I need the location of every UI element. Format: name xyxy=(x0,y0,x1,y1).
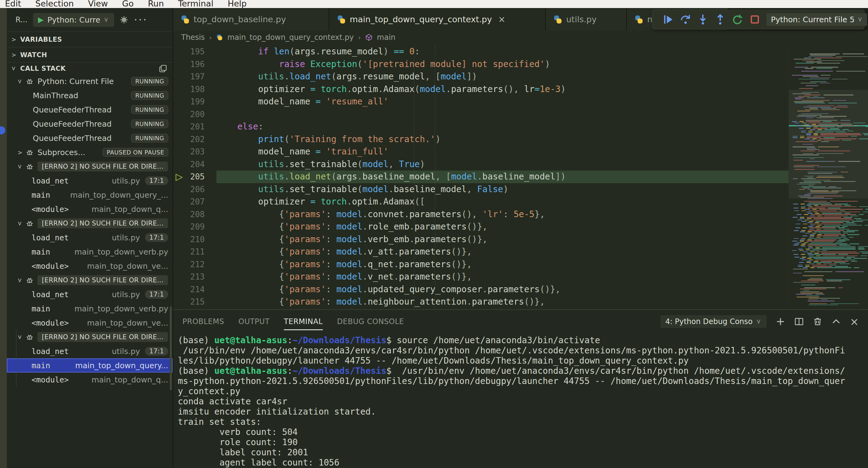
callstack-frame[interactable]: load_netutils.py17:1 xyxy=(7,344,173,358)
menu-item-go[interactable]: Go xyxy=(122,0,133,7)
more-actions-icon[interactable]: ··· xyxy=(134,13,148,26)
step-into-icon[interactable] xyxy=(697,14,708,25)
minimap-line xyxy=(794,157,824,158)
tab-top-down-baseline-py[interactable]: top_down_baseline.py xyxy=(173,8,329,31)
line-number[interactable]: 214 xyxy=(173,285,216,294)
watch-section-header[interactable]: > WATCH xyxy=(7,47,173,62)
callstack-thread[interactable]: QueueFeederThreadRUNNING xyxy=(7,131,173,145)
minimap[interactable] xyxy=(788,44,868,309)
variables-section-header[interactable]: > VARIABLES xyxy=(7,32,173,47)
continue-icon[interactable] xyxy=(663,14,674,25)
minimap-line xyxy=(794,101,824,102)
minimap-line xyxy=(793,136,798,137)
line-number[interactable]: 195 xyxy=(173,47,216,56)
split-terminal-icon[interactable] xyxy=(795,317,804,326)
callstack-error-session[interactable]: >[ERRNO 2] NO SUCH FILE OR DIRE... xyxy=(7,216,173,230)
callstack-frame[interactable]: <module>main_top_down_q... xyxy=(7,372,173,387)
line-number[interactable]: 200 xyxy=(173,110,216,119)
minimap-line xyxy=(805,265,810,266)
terminal-picker-dropdown[interactable]: 4: Python Debug Conso > xyxy=(660,315,767,328)
restart-icon[interactable] xyxy=(732,14,743,25)
debug-launch-picker[interactable]: ▶ Python: Curre > xyxy=(33,13,115,27)
callstack-frame[interactable]: mainmain_top_down_verb.py xyxy=(7,245,173,259)
callstack-thread[interactable]: QueueFeederThreadRUNNING xyxy=(7,117,173,131)
line-number[interactable]: 203 xyxy=(173,147,216,156)
callstack-session[interactable]: >Python: Current FileRUNNING xyxy=(7,74,173,88)
breadcrumb-file[interactable]: main_top_down_query_context.py xyxy=(227,33,354,42)
breadcrumb-symbol[interactable]: main xyxy=(377,33,396,42)
new-terminal-icon[interactable] xyxy=(776,317,785,326)
minimap-line xyxy=(810,190,829,191)
line-number[interactable]: 206 xyxy=(173,185,216,194)
minimap-line xyxy=(800,197,824,198)
stop-icon[interactable] xyxy=(749,14,761,25)
callstack-thread[interactable]: QueueFeederThreadRUNNING xyxy=(7,103,173,117)
line-number[interactable]: 211 xyxy=(173,247,216,257)
step-over-icon[interactable] xyxy=(680,14,691,25)
code-editor[interactable]: ▷195 if len(args.resume_model) == 0:▷196… xyxy=(173,44,868,309)
close-panel-icon[interactable]: × xyxy=(850,315,859,328)
menu-item-view[interactable]: View xyxy=(88,0,108,7)
breadcrumb-folder[interactable]: Thesis xyxy=(181,33,205,42)
minimap-line xyxy=(808,238,841,239)
callstack-frame[interactable]: load_netutils.py17:1 xyxy=(7,174,173,188)
callstack-frame[interactable]: load_netutils.py17:1 xyxy=(7,230,173,245)
line-number[interactable]: 201 xyxy=(173,122,216,131)
callstack-frame[interactable]: <module>main_top_down_ve... xyxy=(7,316,173,330)
line-number[interactable]: 198 xyxy=(173,85,216,94)
line-number[interactable]: 202 xyxy=(173,135,216,144)
close-icon[interactable]: × xyxy=(498,14,505,24)
line-number[interactable]: 212 xyxy=(173,260,216,269)
callstack-session[interactable]: >Subproces...PAUSED ON PAUSE xyxy=(7,145,173,159)
line-number[interactable]: 208 xyxy=(173,210,216,219)
step-out-icon[interactable] xyxy=(715,14,726,25)
callstack-section-header[interactable]: > CALL STACK xyxy=(7,62,173,74)
panel-tab-terminal[interactable]: TERMINAL xyxy=(284,317,323,326)
tab-utils-py[interactable]: utils.py xyxy=(546,8,627,31)
debug-toolbar: Python: Current File 5 > xyxy=(652,9,865,29)
callstack-frame[interactable]: mainmain_top_down_verb.py xyxy=(7,301,173,316)
callstack-frame[interactable]: load_netutils.py17:1 xyxy=(7,287,173,301)
menu-item-selection[interactable]: Selection xyxy=(35,0,73,7)
line-number[interactable]: 197 xyxy=(173,72,216,81)
code-line: ▷195 if len(args.resume_model) == 0: xyxy=(173,45,868,58)
kill-terminal-icon[interactable] xyxy=(813,317,822,326)
line-number[interactable]: 196 xyxy=(173,60,216,69)
gear-icon[interactable] xyxy=(120,15,128,24)
callstack-frame[interactable]: <module>main_top_down_ve... xyxy=(7,259,173,273)
minimap-line xyxy=(859,214,864,215)
line-number[interactable]: 209 xyxy=(173,222,216,231)
minimap-line xyxy=(798,265,803,266)
debug-session-dropdown[interactable]: Python: Current File 5 > xyxy=(767,13,867,26)
panel-tab-output[interactable]: OUTPUT xyxy=(239,317,270,326)
panel-tab-debug-console[interactable]: DEBUG CONSOLE xyxy=(337,317,404,326)
panel-tab-problems[interactable]: PROBLEMS xyxy=(182,317,224,326)
line-number[interactable]: 210 xyxy=(173,235,216,244)
callstack-thread[interactable]: MainThreadRUNNING xyxy=(7,88,173,103)
callstack-error-session[interactable]: >[ERRNO 2] NO SUCH FILE OR DIRE... xyxy=(7,159,173,174)
minimap-line xyxy=(821,108,836,109)
maximize-panel-icon[interactable] xyxy=(832,317,841,326)
menu-item-terminal[interactable]: Terminal xyxy=(178,0,213,7)
menu-item-run[interactable]: Run xyxy=(148,0,164,7)
callstack-frame[interactable]: mainmain_top_down_query... xyxy=(7,358,173,372)
terminal-output[interactable]: (base) uet@talha-asus:~/Downloads/Thesis… xyxy=(173,333,868,468)
callstack-frame[interactable]: mainmain_top_down_query_... xyxy=(7,188,173,202)
menu-item-help[interactable]: Help xyxy=(227,0,247,7)
terminal-line: agent label count: 1056 xyxy=(178,458,868,468)
sidebar-scrollbar[interactable] xyxy=(170,306,172,390)
minimap-line xyxy=(793,282,818,283)
line-number[interactable]: 215 xyxy=(173,297,216,306)
start-debug-icon[interactable]: ▶ xyxy=(38,15,43,24)
line-number[interactable]: 213 xyxy=(173,272,216,281)
line-number[interactable]: 207 xyxy=(173,197,216,206)
copy-callstack-icon[interactable] xyxy=(159,65,167,73)
callstack-frame[interactable]: <module>main_top_down_q... xyxy=(7,202,173,216)
line-number[interactable]: 204 xyxy=(173,160,216,169)
menu-item-edit[interactable]: Edit xyxy=(5,0,21,7)
callstack-error-session[interactable]: >[ERRNO 2] NO SUCH FILE OR DIRE... xyxy=(7,273,173,287)
callstack-error-session[interactable]: >[ERRNO 2] NO SUCH FILE OR DIRE... xyxy=(7,330,173,344)
line-number[interactable]: 199 xyxy=(173,97,216,106)
minimap-line xyxy=(839,229,849,230)
tab-main-top-down-query-context-py[interactable]: main_top_down_query_context.py× xyxy=(329,8,546,31)
